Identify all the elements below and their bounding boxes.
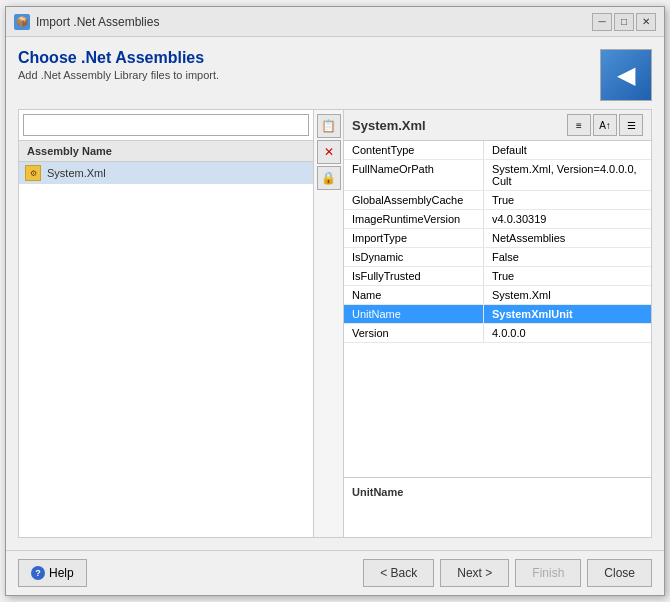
table-row[interactable]: IsFullyTrusted True: [344, 267, 651, 286]
prop-name: ImportType: [344, 229, 484, 247]
header-section: Choose .Net Assemblies Add .Net Assembly…: [18, 49, 652, 101]
prop-value: System.Xml: [484, 286, 651, 304]
footer: ? Help < Back Next > Finish Close: [6, 550, 664, 595]
search-input[interactable]: [23, 114, 309, 136]
prop-value: System.Xml, Version=4.0.0.0, Cult: [484, 160, 651, 190]
help-icon: ?: [31, 566, 45, 580]
right-header: System.Xml ≡ A↑ ☰: [344, 110, 651, 141]
table-row[interactable]: ImportType NetAssemblies: [344, 229, 651, 248]
remove-assembly-button[interactable]: ✕: [317, 140, 341, 164]
close-window-button[interactable]: ✕: [636, 13, 656, 31]
left-panel: Assembly Name ⚙ System.Xml: [19, 110, 314, 537]
right-panel-title: System.Xml: [352, 118, 426, 133]
table-row[interactable]: Name System.Xml: [344, 286, 651, 305]
list-item[interactable]: ⚙ System.Xml: [19, 162, 313, 184]
prop-value: 4.0.0.0: [484, 324, 651, 342]
properties-table: ContentType Default FullNameOrPath Syste…: [344, 141, 651, 477]
window-title: Import .Net Assemblies: [36, 15, 159, 29]
prop-value: v4.0.30319: [484, 210, 651, 228]
right-panel: System.Xml ≡ A↑ ☰ ContentType Default Fu…: [344, 110, 651, 537]
back-button[interactable]: < Back: [363, 559, 434, 587]
prop-value: True: [484, 191, 651, 209]
page-subtitle: Add .Net Assembly Library files to impor…: [18, 69, 219, 81]
view-btn-2[interactable]: A↑: [593, 114, 617, 136]
table-row[interactable]: ImageRuntimeVersion v4.0.30319: [344, 210, 651, 229]
prop-value: Default: [484, 141, 651, 159]
table-row[interactable]: ContentType Default: [344, 141, 651, 160]
prop-name: Name: [344, 286, 484, 304]
prop-name: Version: [344, 324, 484, 342]
assembly-item-label: System.Xml: [47, 167, 106, 179]
add-assembly-button[interactable]: 📋: [317, 114, 341, 138]
next-button[interactable]: Next >: [440, 559, 509, 587]
maximize-button[interactable]: □: [614, 13, 634, 31]
header-icon: ◀: [600, 49, 652, 101]
left-toolbar: 📋 ✕ 🔒: [314, 110, 344, 537]
title-bar-left: 📦 Import .Net Assemblies: [14, 14, 159, 30]
table-row[interactable]: FullNameOrPath System.Xml, Version=4.0.0…: [344, 160, 651, 191]
header-arrow-icon: ◀: [617, 61, 635, 89]
table-row[interactable]: Version 4.0.0.0: [344, 324, 651, 343]
prop-value: True: [484, 267, 651, 285]
content-area: Choose .Net Assemblies Add .Net Assembly…: [6, 37, 664, 550]
prop-value: SystemXmlUnit: [484, 305, 651, 323]
main-window: 📦 Import .Net Assemblies ─ □ ✕ Choose .N…: [5, 6, 665, 596]
prop-value: False: [484, 248, 651, 266]
prop-name: ContentType: [344, 141, 484, 159]
title-bar: 📦 Import .Net Assemblies ─ □ ✕: [6, 7, 664, 37]
help-button[interactable]: ? Help: [18, 559, 87, 587]
view-btn-1[interactable]: ≡: [567, 114, 591, 136]
table-row[interactable]: GlobalAssemblyCache True: [344, 191, 651, 210]
window-icon: 📦: [14, 14, 30, 30]
prop-name: UnitName: [344, 305, 484, 323]
assembly-list-header: Assembly Name: [19, 141, 313, 162]
header-text: Choose .Net Assemblies Add .Net Assembly…: [18, 49, 219, 81]
prop-name: GlobalAssemblyCache: [344, 191, 484, 209]
title-controls: ─ □ ✕: [592, 13, 656, 31]
description-title: UnitName: [352, 486, 643, 498]
right-toolbar: ≡ A↑ ☰: [567, 114, 643, 136]
table-row[interactable]: IsDynamic False: [344, 248, 651, 267]
minimize-button[interactable]: ─: [592, 13, 612, 31]
page-title: Choose .Net Assemblies: [18, 49, 219, 67]
main-panel: Assembly Name ⚙ System.Xml 📋 ✕ 🔒 System.…: [18, 109, 652, 538]
assembly-icon: ⚙: [25, 165, 41, 181]
prop-value: NetAssemblies: [484, 229, 651, 247]
prop-name: IsFullyTrusted: [344, 267, 484, 285]
prop-name: IsDynamic: [344, 248, 484, 266]
finish-button: Finish: [515, 559, 581, 587]
prop-name: ImageRuntimeVersion: [344, 210, 484, 228]
footer-left: ? Help: [18, 559, 87, 587]
view-btn-3[interactable]: ☰: [619, 114, 643, 136]
edit-assembly-button[interactable]: 🔒: [317, 166, 341, 190]
help-label: Help: [49, 566, 74, 580]
close-button[interactable]: Close: [587, 559, 652, 587]
table-row-selected[interactable]: UnitName SystemXmlUnit: [344, 305, 651, 324]
description-panel: UnitName: [344, 477, 651, 537]
search-box: [19, 110, 313, 141]
prop-name: FullNameOrPath: [344, 160, 484, 190]
assembly-list: ⚙ System.Xml: [19, 162, 313, 537]
footer-right: < Back Next > Finish Close: [363, 559, 652, 587]
